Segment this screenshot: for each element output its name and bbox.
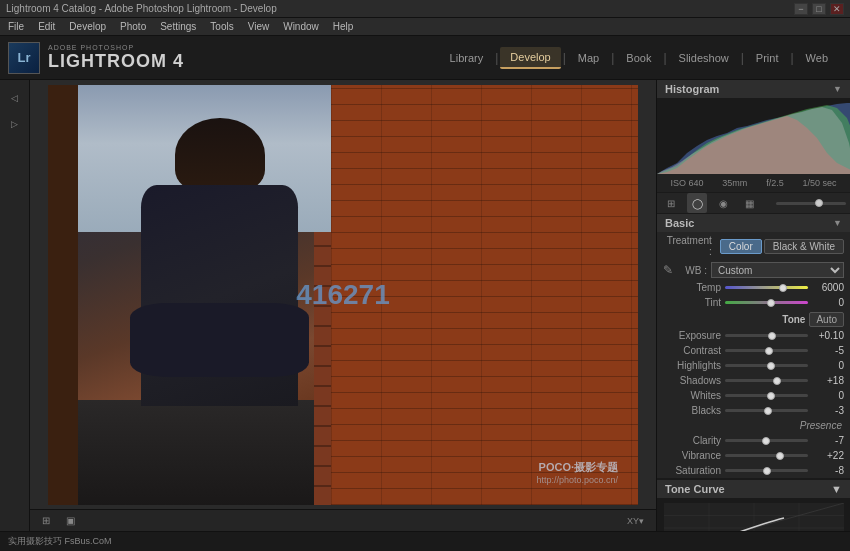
- menu-window[interactable]: Window: [283, 21, 319, 32]
- color-button[interactable]: Color: [720, 239, 762, 254]
- shadows-thumb[interactable]: [773, 377, 781, 385]
- tab-map[interactable]: Map: [568, 48, 609, 68]
- tone-curve-section: Tone Curve ▼: [657, 479, 850, 531]
- basic-title: Basic: [665, 217, 694, 229]
- hist-aperture: f/2.5: [766, 178, 784, 188]
- bw-button[interactable]: Black & White: [764, 239, 844, 254]
- adobe-label: ADOBE PHOTOSHOP: [48, 44, 184, 51]
- saturation-track[interactable]: [725, 469, 808, 472]
- tint-value: 0: [812, 297, 844, 308]
- toolbar-loupe[interactable]: ▣: [62, 513, 79, 528]
- whites-thumb[interactable]: [767, 392, 775, 400]
- tab-book[interactable]: Book: [616, 48, 661, 68]
- highlights-row: Highlights 0: [657, 358, 850, 373]
- left-tool-2[interactable]: ▷: [5, 114, 25, 134]
- treatment-buttons: Color Black & White: [720, 239, 844, 254]
- wb-eyedropper[interactable]: ✎: [663, 263, 673, 277]
- photo-toolbar: ⊞ ▣ XY▾: [30, 509, 656, 531]
- menu-view[interactable]: View: [248, 21, 270, 32]
- exposure-value: +0.10: [812, 330, 844, 341]
- temp-thumb[interactable]: [779, 284, 787, 292]
- photo-watermark: 416271: [296, 279, 389, 311]
- menu-help[interactable]: Help: [333, 21, 354, 32]
- clarity-value: -7: [812, 435, 844, 446]
- temp-row: Temp 6000: [657, 280, 850, 295]
- maximize-button[interactable]: □: [812, 3, 826, 15]
- nav-sep-4: |: [663, 51, 666, 65]
- contrast-thumb[interactable]: [765, 347, 773, 355]
- tone-curve-header[interactable]: Tone Curve ▼: [657, 479, 850, 498]
- hist-focal: 35mm: [722, 178, 747, 188]
- tone-auto-row: Tone Auto: [657, 310, 850, 328]
- whites-value: 0: [812, 390, 844, 401]
- nav-tabs: Library | Develop | Map | Book | Slidesh…: [440, 47, 838, 69]
- hist-shutter: 1/50 sec: [803, 178, 837, 188]
- exposure-thumb[interactable]: [768, 332, 776, 340]
- histogram-header[interactable]: Histogram ▼: [657, 80, 850, 98]
- vibrance-track[interactable]: [725, 454, 808, 457]
- contrast-row: Contrast -5: [657, 343, 850, 358]
- basic-header[interactable]: Basic ▼: [657, 214, 850, 232]
- tint-thumb[interactable]: [767, 299, 775, 307]
- tool-redeye[interactable]: ◉: [713, 193, 733, 213]
- basic-arrow: ▼: [833, 218, 842, 228]
- main-area: ◁ ▷: [0, 80, 850, 531]
- tool-spot[interactable]: ◯: [687, 193, 707, 213]
- saturation-thumb[interactable]: [763, 467, 771, 475]
- highlights-track[interactable]: [725, 364, 808, 367]
- menu-photo[interactable]: Photo: [120, 21, 146, 32]
- nav-sep-3: |: [611, 51, 614, 65]
- toolbar-xy[interactable]: XY▾: [623, 514, 648, 528]
- hist-iso: ISO 640: [670, 178, 703, 188]
- app-title-group: ADOBE PHOTOSHOP LIGHTROOM 4: [48, 44, 184, 72]
- menu-develop[interactable]: Develop: [69, 21, 106, 32]
- titlebar-text: Lightroom 4 Catalog - Adobe Photoshop Li…: [6, 3, 277, 14]
- vibrance-row: Vibrance +22: [657, 448, 850, 463]
- blacks-track[interactable]: [725, 409, 808, 412]
- highlights-thumb[interactable]: [767, 362, 775, 370]
- temp-track[interactable]: [725, 286, 808, 289]
- tint-track[interactable]: [725, 301, 808, 304]
- photo-area: 416271 POCO·摄影专题 http://photo.poco.cn/ ⊞…: [30, 80, 656, 531]
- menu-file[interactable]: File: [8, 21, 24, 32]
- photo-container: 416271 POCO·摄影专题 http://photo.poco.cn/: [30, 80, 656, 509]
- tool-row: ⊞ ◯ ◉ ▦: [657, 193, 850, 214]
- tool-gradient[interactable]: ▦: [739, 193, 759, 213]
- tool-crop[interactable]: ⊞: [661, 193, 681, 213]
- topbar: Lr ADOBE PHOTOSHOP LIGHTROOM 4 Library |…: [0, 36, 850, 80]
- wb-select[interactable]: Custom: [711, 262, 844, 278]
- menu-settings[interactable]: Settings: [160, 21, 196, 32]
- toolbar-grid[interactable]: ⊞: [38, 513, 54, 528]
- vibrance-thumb[interactable]: [776, 452, 784, 460]
- close-button[interactable]: ✕: [830, 3, 844, 15]
- blacks-label: Blacks: [663, 405, 721, 416]
- tool-slider-thumb[interactable]: [815, 199, 823, 207]
- menu-edit[interactable]: Edit: [38, 21, 55, 32]
- contrast-track[interactable]: [725, 349, 808, 352]
- poco-watermark: POCO·摄影专题 http://photo.poco.cn/: [536, 460, 618, 485]
- clarity-track[interactable]: [725, 439, 808, 442]
- left-tool-1[interactable]: ◁: [5, 88, 25, 108]
- tab-develop[interactable]: Develop: [500, 47, 560, 69]
- saturation-value: -8: [812, 465, 844, 476]
- exposure-track[interactable]: [725, 334, 808, 337]
- tab-library[interactable]: Library: [440, 48, 494, 68]
- shadows-track[interactable]: [725, 379, 808, 382]
- whites-track[interactable]: [725, 394, 808, 397]
- tab-print[interactable]: Print: [746, 48, 789, 68]
- wb-label: WB :: [677, 265, 707, 276]
- blacks-thumb[interactable]: [764, 407, 772, 415]
- left-panel: ◁ ▷: [0, 80, 30, 531]
- menu-tools[interactable]: Tools: [210, 21, 233, 32]
- menubar: File Edit Develop Photo Settings Tools V…: [0, 18, 850, 36]
- minimize-button[interactable]: −: [794, 3, 808, 15]
- tab-slideshow[interactable]: Slideshow: [669, 48, 739, 68]
- wb-row: ✎ WB : Custom: [657, 260, 850, 280]
- clarity-thumb[interactable]: [762, 437, 770, 445]
- tool-slider-track[interactable]: [776, 202, 846, 205]
- tab-web[interactable]: Web: [796, 48, 838, 68]
- vibrance-value: +22: [812, 450, 844, 461]
- auto-button[interactable]: Auto: [809, 312, 844, 327]
- tone-curve-preview: [657, 498, 850, 531]
- blacks-value: -3: [812, 405, 844, 416]
